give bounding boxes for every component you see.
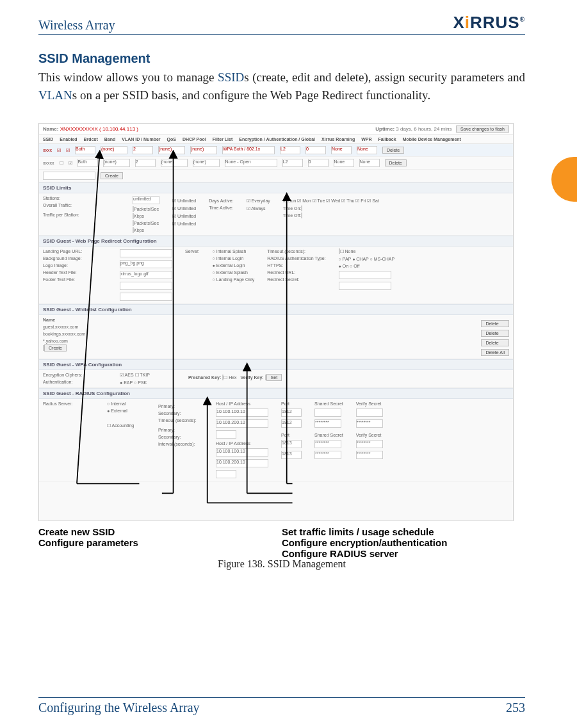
day-mon[interactable]: Mon xyxy=(297,198,311,203)
unlim-chk4[interactable]: Unlimited xyxy=(172,222,196,227)
day-tue[interactable]: Tue xyxy=(313,198,325,203)
rad-external[interactable]: External xyxy=(107,408,145,413)
rad-acc-ip2[interactable]: 10.100.200.10 xyxy=(216,459,268,467)
vlan-link[interactable]: VLAN xyxy=(38,88,72,102)
rad-port2[interactable]: 1812 xyxy=(281,419,302,428)
wl-del-2[interactable]: Delete xyxy=(481,339,509,346)
unlim-chk2[interactable]: Unlimited xyxy=(172,206,196,211)
row2-band[interactable]: Both xyxy=(77,159,98,167)
https-off[interactable]: Off xyxy=(350,264,359,268)
hdrfile-input[interactable] xyxy=(120,282,172,290)
rad-acc-verify1[interactable]: ******** xyxy=(356,440,383,448)
rad-verify2[interactable]: ******** xyxy=(356,419,383,428)
set-button[interactable]: Set xyxy=(266,374,282,381)
rad-port3[interactable]: 1813 xyxy=(281,440,302,448)
rad-shared2[interactable]: ******** xyxy=(314,419,341,428)
psk-rad[interactable]: PSK xyxy=(134,380,147,385)
rad-internal[interactable]: Internal xyxy=(107,401,145,406)
day-wed[interactable]: Wed xyxy=(326,198,340,203)
row2-qos[interactable]: 2 xyxy=(135,159,156,167)
aes-chk[interactable]: AES xyxy=(120,373,134,377)
day-sun[interactable]: Sun xyxy=(283,198,296,203)
rad-port4[interactable]: 1813 xyxy=(281,451,302,459)
row2-roam[interactable]: L2 xyxy=(282,159,303,167)
rad-pap[interactable]: PAP xyxy=(339,257,352,261)
row1-wpr[interactable]: 0 xyxy=(305,146,326,154)
ssid-link[interactable]: SSID xyxy=(218,70,244,84)
row2-dhcp[interactable]: (none) xyxy=(161,159,188,167)
redirect-url-input[interactable] xyxy=(339,271,391,279)
row1-enc[interactable]: WPA Both / 802.1x xyxy=(222,146,275,154)
logo-input[interactable]: xirrus_logo.gif xyxy=(120,271,172,279)
time-on-input[interactable] xyxy=(301,206,302,211)
row1-ssid[interactable]: xxxx xyxy=(43,148,52,152)
hex-label: Hex xyxy=(229,375,236,380)
day-fri[interactable]: Fri xyxy=(355,198,366,203)
row2-delete-button[interactable]: Delete xyxy=(385,159,407,166)
row2-vlan[interactable]: (none) xyxy=(103,159,130,167)
whitelist-header: SSID Guest - Whitelist Configuration xyxy=(39,304,513,315)
day-sat[interactable]: Sat xyxy=(367,198,378,203)
rad-acc-shared2[interactable]: ******** xyxy=(314,451,341,459)
rad-mschap[interactable]: MS-CHAP xyxy=(370,257,394,261)
row1-band[interactable]: Both xyxy=(75,146,95,154)
rad-acc-ip1[interactable]: 10.100.100.10 xyxy=(216,448,268,457)
row2-wpr[interactable]: 0 xyxy=(308,159,329,167)
row2-fallback[interactable]: None xyxy=(334,159,354,167)
srv-opt-0[interactable]: Internal Splash xyxy=(213,249,255,254)
srv-opt-4[interactable]: Landing Page Only xyxy=(213,277,255,282)
srv-opt-3[interactable]: External Splash xyxy=(213,270,255,275)
persta-label: Traffic per Station: xyxy=(43,213,120,217)
stations-input[interactable]: unlimited xyxy=(133,196,159,204)
time-off-input[interactable] xyxy=(301,213,302,218)
unlim-chk3[interactable]: Unlimited xyxy=(172,214,196,219)
rad-interval-input[interactable] xyxy=(216,470,236,478)
row1-qos[interactable]: 2 xyxy=(133,146,153,154)
rad-ip1[interactable]: 10.100.100.10 xyxy=(216,408,268,417)
redirect-secret-input[interactable] xyxy=(339,282,391,290)
rad-accounting[interactable]: Accounting xyxy=(112,423,134,428)
timeout-input[interactable] xyxy=(339,248,340,254)
create-ssid-button[interactable]: Create xyxy=(101,172,123,179)
wl-del-all[interactable]: Delete All xyxy=(481,349,509,356)
rad-verify1[interactable] xyxy=(356,408,383,417)
row2-mdm[interactable]: None xyxy=(359,159,380,167)
row2-enc[interactable]: None - Open xyxy=(225,159,277,167)
day-thu[interactable]: Thu xyxy=(341,198,354,203)
everyday-chk[interactable]: Everyday xyxy=(247,198,270,204)
srv-opt-2[interactable]: External Login xyxy=(213,263,255,268)
row1-dhcp[interactable]: (none) xyxy=(158,146,185,154)
rad-ip2[interactable]: 10.100.200.10 xyxy=(216,419,268,428)
row1-mdm[interactable]: None xyxy=(357,146,377,154)
row1-fallback[interactable]: None xyxy=(331,146,352,154)
col-mdm: Mobile Device Management xyxy=(403,137,461,142)
unlim-chk1[interactable]: Unlimited xyxy=(172,198,196,204)
bg-input[interactable]: png_bg.png xyxy=(120,260,172,268)
row1-vlan[interactable]: (none) xyxy=(101,146,127,154)
landing-input[interactable] xyxy=(120,249,172,257)
new-ssid-input[interactable] xyxy=(43,172,95,180)
ftrfile-input[interactable] xyxy=(120,293,172,301)
https-on[interactable]: On xyxy=(339,264,349,268)
always-chk[interactable]: Always xyxy=(247,206,270,211)
row1-filter[interactable]: (none) xyxy=(190,146,217,154)
row1-roam[interactable]: L2 xyxy=(280,146,300,154)
preshared-input[interactable] xyxy=(222,375,223,380)
wl-create-button[interactable]: Create xyxy=(44,344,67,352)
row2-ssid[interactable]: xxxxx xyxy=(43,161,54,165)
wl-del-0[interactable]: Delete xyxy=(481,320,509,327)
rad-acc-shared-col: Shared Secret xyxy=(314,433,343,437)
rad-shared1[interactable] xyxy=(314,408,341,417)
save-to-flash-button[interactable]: Save changes to flash xyxy=(456,125,509,133)
row2-filter[interactable]: (none) xyxy=(193,159,220,167)
rad-acc-shared1[interactable]: ******** xyxy=(314,440,341,448)
eap-rad[interactable]: EAP xyxy=(120,380,133,385)
srv-opt-1[interactable]: Internal Login xyxy=(213,256,255,261)
rad-timeout-input[interactable] xyxy=(216,430,236,439)
rad-chap[interactable]: CHAP xyxy=(352,257,369,261)
rad-acc-verify2[interactable]: ******** xyxy=(356,451,383,459)
wl-del-1[interactable]: Delete xyxy=(481,330,509,337)
row1-delete-button[interactable]: Delete xyxy=(382,147,404,154)
label-config-params: Configure parameters xyxy=(38,537,138,548)
rad-port1[interactable]: 1812 xyxy=(281,408,302,417)
